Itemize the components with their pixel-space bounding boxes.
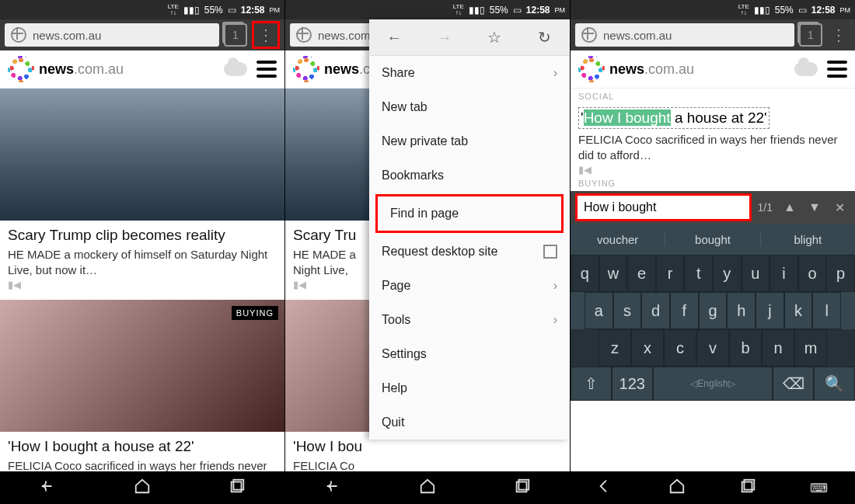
category-badge: BUYING: [232, 306, 278, 320]
suggestion[interactable]: blight: [761, 233, 855, 246]
search-result-highlight: 'How I bought a house at 22': [571, 104, 855, 132]
find-counter: 1/1: [755, 201, 776, 214]
menu-new-tab[interactable]: New tab: [369, 90, 570, 124]
home-button[interactable]: [419, 478, 436, 498]
key-q[interactable]: q: [571, 255, 599, 292]
key-w[interactable]: w: [599, 255, 628, 292]
key-k[interactable]: k: [784, 292, 813, 329]
category-label: BUYING: [571, 176, 855, 191]
hamburger-icon[interactable]: [256, 61, 277, 78]
key-u[interactable]: u: [742, 255, 770, 292]
status-bar: LTE↑↓ ▮▮▯55%▭ 12:58PM: [285, 0, 570, 19]
key-d[interactable]: d: [641, 292, 670, 329]
menu-tools[interactable]: Tools›: [369, 303, 570, 337]
key-n[interactable]: n: [762, 329, 794, 367]
recents-button[interactable]: [739, 478, 756, 498]
search-key[interactable]: 🔍: [814, 367, 855, 401]
menu-settings[interactable]: Settings: [369, 337, 570, 371]
find-prev-icon[interactable]: ▲: [779, 200, 801, 214]
keyboard: voucher bought blight qwertyuiop asdfghj…: [571, 224, 855, 401]
key-l[interactable]: l: [812, 292, 841, 329]
key-s[interactable]: s: [613, 292, 642, 329]
tabs-button[interactable]: 1: [224, 23, 247, 47]
more-menu-button[interactable]: ⋮: [252, 21, 280, 49]
logo-icon: [8, 56, 34, 82]
article-card[interactable]: BUYING 'How I bought a house at 22'FELIC…: [0, 300, 284, 471]
find-close-icon[interactable]: ✕: [829, 200, 850, 215]
status-bar: LTE↑↓ ▮▮▯ 55%▭ 12:58PM: [0, 0, 284, 19]
article-card[interactable]: Scary Trump clip becomes realityHE MADE …: [0, 89, 284, 300]
shift-key[interactable]: ⇧: [571, 367, 612, 401]
key-b[interactable]: b: [729, 329, 762, 367]
bookmark-star-icon[interactable]: ☆: [469, 28, 520, 47]
nav-back-icon[interactable]: ←: [369, 29, 420, 47]
key-e[interactable]: e: [627, 255, 656, 292]
menu-bookmarks[interactable]: Bookmarks: [369, 158, 570, 193]
home-button[interactable]: [134, 478, 151, 498]
key-t[interactable]: t: [684, 255, 713, 292]
overflow-menu: ← → ☆ ↻ Share› New tab New private tab B…: [369, 19, 570, 440]
menu-page[interactable]: Page›: [369, 269, 570, 303]
key-p[interactable]: p: [826, 255, 855, 292]
find-input[interactable]: How i bought: [575, 193, 752, 221]
reload-icon[interactable]: ↻: [520, 28, 571, 47]
nav-fwd-icon[interactable]: →: [420, 29, 470, 47]
weather-icon[interactable]: [224, 62, 247, 76]
space-key[interactable]: ◁ English ▷: [653, 367, 773, 401]
backspace-key[interactable]: ⌫: [773, 367, 814, 401]
key-m[interactable]: m: [794, 329, 827, 367]
globe-icon: [11, 27, 26, 43]
category-label: SOCIAL: [571, 89, 855, 104]
key-z[interactable]: z: [598, 329, 631, 367]
status-bar: LTE↑↓ ▮▮▯55%▭ 12:58PM: [571, 0, 855, 19]
recents-button[interactable]: [514, 478, 531, 498]
android-navbar: [0, 471, 284, 504]
key-o[interactable]: o: [798, 255, 827, 292]
keyboard-toggle-icon[interactable]: ⌨: [810, 481, 828, 495]
back-button[interactable]: [324, 478, 341, 498]
recents-button[interactable]: [229, 478, 246, 498]
site-header: news.com.au: [0, 50, 284, 89]
key-c[interactable]: c: [664, 329, 696, 367]
menu-private-tab[interactable]: New private tab: [369, 124, 570, 158]
video-icon: ▮◀: [8, 279, 277, 290]
menu-desktop-site[interactable]: Request desktop site: [369, 235, 570, 269]
menu-find-in-page[interactable]: Find in page: [375, 194, 564, 233]
numeric-key[interactable]: 123: [612, 367, 653, 401]
suggestion[interactable]: voucher: [571, 233, 665, 246]
tabs-button[interactable]: 1: [799, 23, 822, 47]
article-desc: FELICIA Coco sacrificed in ways her frie…: [571, 132, 855, 162]
key-f[interactable]: f: [670, 292, 699, 329]
back-button[interactable]: [39, 478, 56, 498]
menu-quit[interactable]: Quit: [369, 405, 570, 440]
back-button[interactable]: [598, 478, 615, 498]
suggestion-bar: voucher bought blight: [571, 224, 855, 255]
key-g[interactable]: g: [699, 292, 728, 329]
key-x[interactable]: x: [631, 329, 664, 367]
find-next-icon[interactable]: ▼: [804, 200, 825, 214]
signal-icon: ▮▮▯: [183, 5, 200, 16]
key-v[interactable]: v: [696, 329, 729, 367]
find-in-page-bar: How i bought 1/1 ▲ ▼ ✕: [571, 191, 855, 224]
key-j[interactable]: j: [756, 292, 784, 329]
suggestion[interactable]: bought: [665, 233, 760, 246]
key-y[interactable]: y: [713, 255, 742, 292]
key-i[interactable]: i: [770, 255, 798, 292]
checkbox-icon[interactable]: [543, 245, 557, 259]
menu-share[interactable]: Share›: [369, 56, 570, 90]
home-button[interactable]: [668, 478, 686, 498]
menu-help[interactable]: Help: [369, 371, 570, 405]
key-r[interactable]: r: [656, 255, 685, 292]
key-h[interactable]: h: [727, 292, 756, 329]
url-field[interactable]: news.com.au: [575, 23, 794, 47]
more-menu-button[interactable]: ⋮: [827, 23, 850, 47]
url-bar: news.com.au 1 ⋮: [0, 19, 284, 50]
url-field[interactable]: news.com.au: [5, 23, 219, 47]
key-a[interactable]: a: [585, 292, 613, 329]
